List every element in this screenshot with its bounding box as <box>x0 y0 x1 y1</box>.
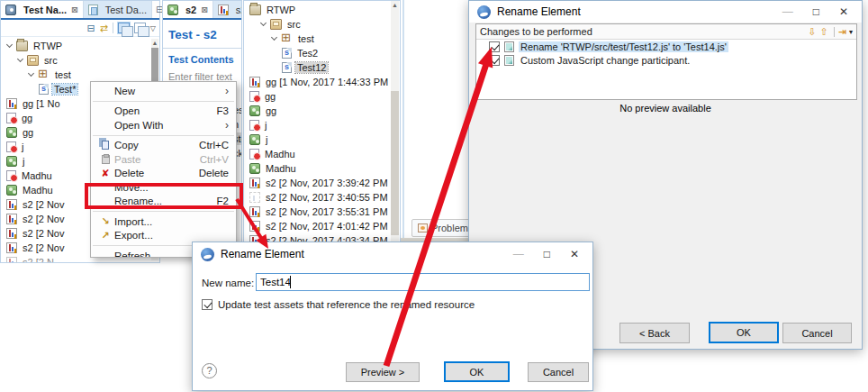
update-assets-row[interactable]: Update test assets that reference the re… <box>202 299 475 310</box>
paste-icon <box>96 155 114 164</box>
tree-item-test[interactable]: ⊞test <box>1 68 159 82</box>
scroll-up-icon[interactable]: ▲ <box>151 39 158 47</box>
change-item-rename-rtwp-src-test-test12-js-to-test14-js[interactable]: Rename 'RTWP/src/test/Test12.js' to 'Tes… <box>476 40 856 53</box>
menu-item-copy[interactable]: CopyCtrl+C <box>91 139 236 153</box>
menu-item-rename[interactable]: Rename...F2 <box>91 195 236 209</box>
tree-item-s2-2-nov-2017-4-01-42-pm[interactable]: s2 [2 Nov, 2017 4:01:42 PM <box>244 219 400 233</box>
checkbox-checked[interactable] <box>489 41 500 52</box>
tree-item-label: j <box>264 134 269 145</box>
suite-icon <box>6 127 17 138</box>
export-icon: ↗ <box>101 230 109 242</box>
checkbox-checked[interactable] <box>202 299 212 310</box>
scrollbar-thumb[interactable] <box>391 91 399 235</box>
menu-item-delete[interactable]: ✘DeleteDelete <box>91 167 236 181</box>
tab-test-navigator[interactable]: Test Na... ⊠ <box>1 1 84 18</box>
filter-changes-icon[interactable]: ⇥ <box>838 26 846 38</box>
tree-item-test12[interactable]: Test12 <box>244 60 400 75</box>
close-icon[interactable]: ✕ <box>570 248 579 260</box>
dialog-title: Rename Element <box>221 248 507 260</box>
chevron-down-icon[interactable] <box>28 70 34 77</box>
dialog-titlebar[interactable]: Rename Element — □ ✕ <box>469 1 862 23</box>
window-controls: — □ ✕ <box>513 248 584 260</box>
change-item-custom-javascript-change-participant[interactable]: Custom JavaScript change participant. <box>476 53 856 67</box>
show-folders-icon[interactable] <box>118 23 130 33</box>
tree-item-label: s2 [2 Nov <box>21 242 66 253</box>
chevron-down-icon[interactable] <box>260 20 267 26</box>
menu-item-label: Copy <box>114 140 199 150</box>
report-icon <box>249 221 260 232</box>
close-icon[interactable]: ⊠ <box>71 5 78 14</box>
dialog-title: Rename Element <box>497 5 776 18</box>
tree-item-src[interactable]: src <box>1 53 159 68</box>
close-icon[interactable]: ✕ <box>839 5 848 18</box>
tree-item-label: gg <box>263 91 277 102</box>
select-previous-change-icon[interactable]: ⇧ <box>820 26 828 38</box>
preview-button[interactable]: Preview > <box>346 362 420 382</box>
minimize-icon[interactable]: — <box>513 248 524 260</box>
tab-test-data[interactable]: Test Da... <box>84 1 152 18</box>
menu-item-export[interactable]: ↗Export... <box>91 229 236 243</box>
cancel-button[interactable]: Cancel <box>528 362 589 382</box>
menu-item-label: Import... <box>114 216 229 227</box>
chevron-down-icon[interactable] <box>6 41 13 48</box>
tree-item-madhu[interactable]: Madhu <box>244 161 400 176</box>
menu-shortcut: Ctrl+C <box>199 140 229 150</box>
change-label: Rename 'RTWP/src/test/Test12.js' to 'Tes… <box>519 41 728 52</box>
menu-item-new[interactable]: New› <box>91 84 236 98</box>
link-with-editor-icon[interactable]: ⇄ <box>100 23 108 33</box>
tree-item-src[interactable]: src <box>244 17 400 32</box>
minimize-icon[interactable]: — <box>782 5 793 18</box>
dialog-titlebar[interactable]: Rename Element — □ ✕ <box>193 242 592 266</box>
back-button[interactable]: < Back <box>619 323 690 343</box>
select-next-change-icon[interactable]: ⇩ <box>808 26 816 38</box>
menu-item-import[interactable]: ↘Import... <box>91 214 236 229</box>
tree-item-tes2[interactable]: Tes2 <box>244 46 400 60</box>
submenu-arrow-icon: › <box>225 85 229 97</box>
tree-item-gg-1-nov-2017-1-44-33-pm[interactable]: gg [1 Nov, 2017 1:44:33 PM <box>244 75 400 89</box>
tree-item-gg[interactable]: gg <box>244 89 400 104</box>
checkbox-checked[interactable] <box>489 55 500 66</box>
maximize-icon[interactable]: □ <box>813 5 819 18</box>
tree-item-label: RTWP <box>265 5 297 15</box>
tree-item-label: src <box>285 19 303 30</box>
tab-editor-s2-report[interactable]: s2 [11/ <box>213 1 242 18</box>
close-icon[interactable]: ⊠ <box>201 5 208 14</box>
tree-item-rtwp[interactable]: RTWP <box>244 3 400 17</box>
menu-item-open[interactable]: OpenF3 <box>91 105 236 119</box>
new-name-input[interactable] <box>256 273 590 291</box>
tree-item-madhu[interactable]: Madhu <box>244 147 400 161</box>
tree-item-j[interactable]: j <box>244 118 400 132</box>
cancel-button[interactable]: Cancel <box>782 323 852 343</box>
suite-icon <box>249 163 260 174</box>
explorer-scrollbar[interactable]: ▲ <box>391 1 399 250</box>
copy-icon <box>96 141 114 150</box>
tree-item-s2-2-nov-2017-3-39-42-pm[interactable]: s2 [2 Nov, 2017 3:39:42 PM <box>244 176 400 190</box>
toolbar-separator <box>834 27 835 37</box>
ok-button[interactable]: OK <box>444 361 510 382</box>
ok-button[interactable]: OK <box>709 322 779 343</box>
view-menu-icon[interactable]: ▽ <box>150 24 156 32</box>
menu-item-open-with[interactable]: Open With› <box>91 118 236 132</box>
tree-item-label: s2 [2 Nov, 2017 4:01:42 PM <box>264 221 390 232</box>
tree-item-gg[interactable]: gg <box>244 104 400 118</box>
change-label: Custom JavaScript change participant. <box>519 55 692 66</box>
chevron-down-icon[interactable]: ▾ <box>849 28 853 36</box>
tab-editor-s2[interactable]: s2 ⊠ <box>163 1 213 18</box>
tree-item-s2-2-nov-2017-3-40-55-pm[interactable]: s2 [2 Nov, 2017 3:40:55 PM <box>244 190 400 205</box>
show-files-icon[interactable] <box>134 23 146 33</box>
test-data-icon <box>88 5 98 15</box>
tree-item-j[interactable]: j <box>244 132 400 147</box>
maximize-icon[interactable]: □ <box>544 248 550 260</box>
help-icon[interactable]: ? <box>202 363 217 378</box>
chevron-down-icon[interactable] <box>271 34 277 41</box>
tree-item-label: s2 [2 N <box>21 257 56 262</box>
menu-item-move[interactable]: Move... <box>91 180 236 195</box>
tree-item-s2-2-nov-2017-3-55-31-pm[interactable]: s2 [2 Nov, 2017 3:55:31 PM <box>244 205 400 219</box>
scroll-up-icon[interactable]: ▲ <box>391 1 399 9</box>
tree-item-label: s2 [2 Nov <box>21 199 66 210</box>
tree-item-test[interactable]: ⊞test <box>244 32 400 46</box>
tree-item-rtwp[interactable]: RTWP <box>1 39 159 53</box>
chevron-down-icon[interactable] <box>17 56 23 62</box>
tree-item-label: j <box>21 156 26 167</box>
collapse-all-icon[interactable]: ⊟ <box>86 23 95 33</box>
